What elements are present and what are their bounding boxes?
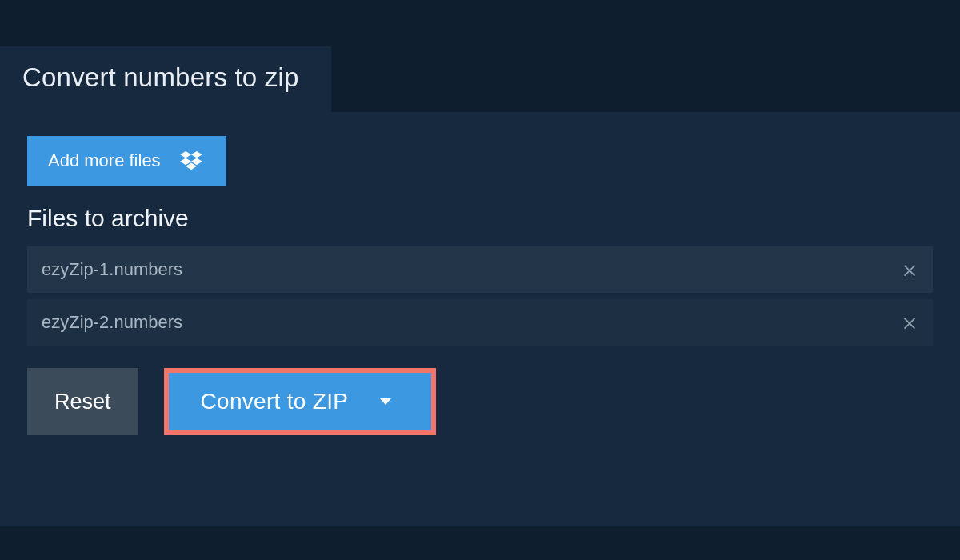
convert-to-zip-button[interactable]: Convert to ZIP <box>169 373 432 430</box>
file-name: ezyZip-1.numbers <box>42 259 182 280</box>
tab-bar: Convert numbers to zip <box>0 46 960 112</box>
dropbox-icon <box>180 151 202 170</box>
file-name: ezyZip-2.numbers <box>42 312 182 333</box>
main-panel: Add more files Files to archive ezyZip-1… <box>0 112 960 526</box>
file-list: ezyZip-1.numbers ezyZip-2.numbers <box>27 246 933 346</box>
file-row: ezyZip-2.numbers <box>27 299 933 346</box>
action-row: Reset Convert to ZIP <box>27 368 933 435</box>
remove-file-icon[interactable] <box>901 261 918 278</box>
bottom-decorative-strip <box>0 526 960 552</box>
convert-highlight-frame: Convert to ZIP <box>164 368 437 435</box>
tab-label: Convert numbers to zip <box>22 62 299 92</box>
convert-label: Convert to ZIP <box>201 389 349 414</box>
add-more-files-button[interactable]: Add more files <box>27 136 226 186</box>
file-row: ezyZip-1.numbers <box>27 246 933 293</box>
reset-button[interactable]: Reset <box>27 368 138 435</box>
reset-label: Reset <box>54 390 111 414</box>
tab-convert-numbers-to-zip[interactable]: Convert numbers to zip <box>0 46 331 112</box>
caret-down-icon <box>380 398 391 405</box>
add-more-files-label: Add more files <box>48 150 161 171</box>
files-to-archive-heading: Files to archive <box>27 205 933 232</box>
top-decorative-strip <box>0 0 960 46</box>
remove-file-icon[interactable] <box>901 314 918 331</box>
